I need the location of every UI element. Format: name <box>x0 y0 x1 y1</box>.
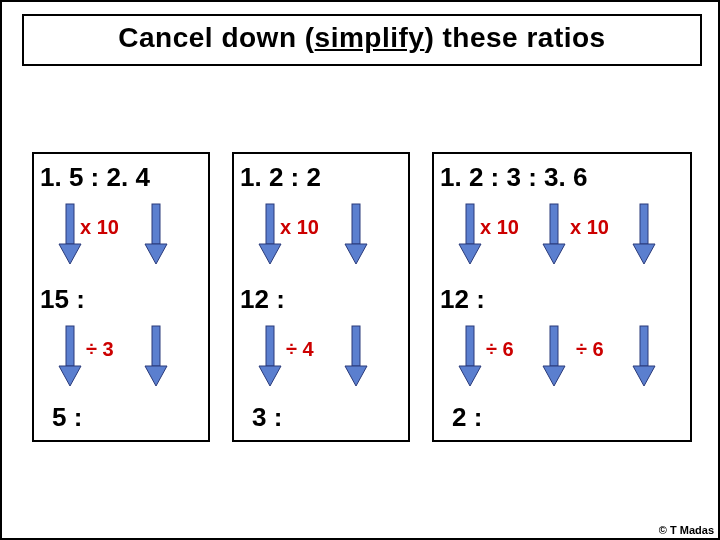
arrow-down-icon <box>632 326 656 396</box>
p3-op2b: ÷ 6 <box>576 338 604 361</box>
arrow-down-icon <box>258 204 282 274</box>
title-pre: Cancel down <box>118 22 304 53</box>
arrow-down-icon <box>258 326 282 396</box>
arrow-down-icon <box>632 204 656 274</box>
p3-ratio-top: 1. 2 : 3 : 3. 6 <box>440 162 587 193</box>
title-underline: simplify <box>315 22 425 53</box>
arrow-down-icon <box>344 204 368 274</box>
arrow-down-icon <box>144 326 168 396</box>
p3-ratio-bot: 2 : <box>452 402 482 433</box>
panel-2: 1. 2 : 2 x 10 12 : ÷ 4 3 : <box>232 152 410 442</box>
p1-op1: x 10 <box>80 216 119 239</box>
credit-text: © T Madas <box>659 524 714 536</box>
panel-1: 1. 5 : 2. 4 x 10 15 : ÷ 3 5 : <box>32 152 210 442</box>
p2-ratio-top: 1. 2 : 2 <box>240 162 321 193</box>
title-post: these ratios <box>434 22 605 53</box>
p2-ratio-bot: 3 : <box>252 402 282 433</box>
title-box: Cancel down (simplify) these ratios <box>22 14 702 66</box>
p2-op2: ÷ 4 <box>286 338 314 361</box>
p3-op1a: x 10 <box>480 216 519 239</box>
arrow-down-icon <box>542 204 566 274</box>
p1-ratio-top: 1. 5 : 2. 4 <box>40 162 150 193</box>
paren-open: ( <box>305 22 315 53</box>
p1-ratio-bot: 5 : <box>52 402 82 433</box>
panel-3: 1. 2 : 3 : 3. 6 x 10 x 10 12 : ÷ 6 ÷ 6 2… <box>432 152 692 442</box>
p1-op2: ÷ 3 <box>86 338 114 361</box>
arrow-down-icon <box>458 204 482 274</box>
p3-op2a: ÷ 6 <box>486 338 514 361</box>
arrow-down-icon <box>144 204 168 274</box>
p2-ratio-mid: 12 : <box>240 284 285 315</box>
arrow-down-icon <box>458 326 482 396</box>
p2-op1: x 10 <box>280 216 319 239</box>
arrow-down-icon <box>58 326 82 396</box>
arrow-down-icon <box>344 326 368 396</box>
p3-ratio-mid: 12 : <box>440 284 485 315</box>
p3-op1b: x 10 <box>570 216 609 239</box>
arrow-down-icon <box>58 204 82 274</box>
arrow-down-icon <box>542 326 566 396</box>
p1-ratio-mid: 15 : <box>40 284 85 315</box>
paren-close: ) <box>424 22 434 53</box>
